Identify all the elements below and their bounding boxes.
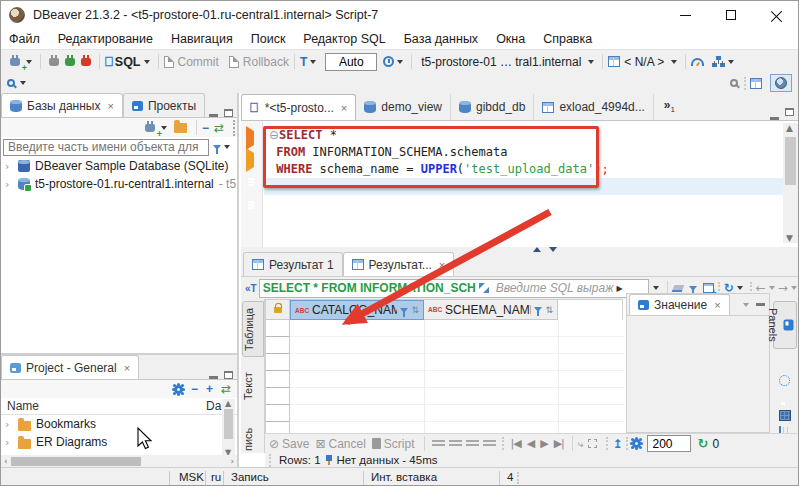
minimize-button[interactable] — [662, 1, 708, 29]
value-tab-close-icon[interactable]: × — [714, 299, 720, 311]
rollback-button[interactable]: Rollback — [243, 55, 289, 69]
project-minimize-icon[interactable] — [209, 376, 218, 379]
last-row-icon[interactable]: ▶| — [554, 437, 564, 450]
delete-row-icon[interactable] — [483, 439, 496, 448]
project-tab-close-icon[interactable]: × — [124, 362, 130, 374]
sql-editor-button[interactable]: SQL — [115, 55, 141, 69]
menu-help[interactable]: Справка — [543, 32, 592, 46]
project-vscrollbar[interactable]: ▲ ▼ — [222, 399, 235, 457]
execute-new-tab-icon[interactable] — [246, 153, 254, 167]
search-dropdown[interactable] — [20, 81, 26, 85]
perspective-button[interactable] — [770, 74, 792, 92]
content-assist-icon[interactable]: ▶ — [616, 284, 622, 293]
link-with-editor-icon[interactable]: ⇄ — [214, 121, 224, 135]
grid-body[interactable] — [290, 320, 624, 433]
forward-dropdown[interactable] — [791, 286, 797, 290]
tab-record-mode[interactable]: пись — [242, 425, 264, 453]
close-button[interactable] — [754, 1, 799, 29]
tab-exload[interactable]: exload_4994d... — [534, 94, 653, 120]
value-minimize-icon[interactable] — [756, 303, 765, 306]
menu-navigate[interactable]: Навигация — [171, 32, 233, 46]
reconnect-icon[interactable] — [65, 58, 75, 66]
menu-sql-editor[interactable]: Редактор SQL — [303, 32, 385, 46]
save-button[interactable]: Save — [282, 437, 309, 451]
filter-dropdown[interactable] — [224, 145, 230, 149]
grid-corner[interactable] — [266, 300, 290, 320]
result-filter-input[interactable]: SELECT * FROM INFORMATION_SCH Введите SQ… — [259, 279, 649, 298]
add-row-icon[interactable] — [449, 439, 462, 448]
expand-chevron-icon[interactable]: › — [5, 160, 13, 173]
export-icon[interactable]: ↥ — [612, 437, 622, 451]
copy-row-icon[interactable] — [466, 439, 479, 448]
nav-new-folder-icon[interactable] — [174, 123, 187, 133]
tab-result-2[interactable]: Результат... × — [343, 252, 455, 276]
tree-item-sample-db[interactable]: › DBeaver Sample Database (SQLite) — [1, 157, 237, 175]
disconnect-icon[interactable] — [81, 58, 91, 66]
project-collapse-icon[interactable]: − — [191, 382, 198, 396]
column-header-schema-name[interactable]: ABC SCHEMA_NAME ⇅ — [424, 300, 558, 320]
save-filter-icon[interactable] — [703, 283, 714, 293]
clear-filter-icon[interactable] — [671, 285, 684, 292]
editor-minimize-icon[interactable] — [770, 117, 779, 120]
schema-selector-dropdown[interactable] — [671, 60, 677, 64]
object-filter-input[interactable] — [3, 139, 209, 156]
expand-chevron-icon[interactable]: › — [5, 436, 13, 449]
filter-expand-icon[interactable] — [479, 283, 489, 293]
tab-databases[interactable]: Базы данных × — [1, 93, 123, 117]
value-menu-dropdown[interactable] — [743, 303, 749, 307]
result-grid[interactable]: ABC CATALOG_NAME ⇅ ABC SCHEMA_NAME ⇅ — [265, 299, 623, 433]
apply-filter-icon[interactable] — [689, 286, 697, 291]
nav-new-connection-icon[interactable]: + — [142, 121, 158, 135]
editor-vscrollbar[interactable]: ▲ ▼ — [783, 123, 798, 243]
result-tab-close-icon[interactable]: × — [439, 259, 445, 271]
navigator-minimize-icon[interactable] — [209, 114, 218, 117]
expand-chevron-icon[interactable]: › — [5, 418, 13, 431]
navigator-maximize-icon[interactable] — [224, 109, 233, 117]
tab-script[interactable]: ⎕ *<t5-prosto... × — [241, 94, 356, 120]
databases-tab-close-icon[interactable]: × — [107, 100, 113, 112]
project-link-icon[interactable]: ⇄ — [221, 382, 231, 396]
project-item-bookmarks[interactable]: › Bookmarks — [1, 415, 237, 433]
dashboard-icon[interactable] — [691, 58, 704, 66]
execute-statement-icon[interactable] — [246, 131, 254, 145]
column-sort-icon[interactable]: ⇅ — [545, 305, 553, 315]
transaction-dropdown[interactable] — [310, 60, 316, 64]
cancel-button[interactable]: Cancel — [328, 437, 365, 451]
project-maximize-icon[interactable] — [224, 371, 233, 379]
column-header-catalog-name[interactable]: ABC CATALOG_NAME ⇅ — [290, 300, 424, 320]
script-button[interactable]: Script — [384, 437, 415, 451]
auto-refresh-icon[interactable]: ↻ — [697, 436, 708, 451]
refresh-dropdown[interactable] — [737, 286, 743, 290]
new-connection-icon[interactable]: + — [7, 55, 23, 69]
metadata-panel-icon[interactable] — [779, 410, 791, 421]
splitter-up-icon[interactable] — [533, 247, 541, 252]
auto-commit-input[interactable] — [325, 53, 377, 71]
menu-edit[interactable]: Редактирование — [58, 32, 153, 46]
fetch-next-icon[interactable]: ⤷ — [578, 438, 584, 450]
open-table-icon[interactable] — [750, 78, 762, 89]
network-icon[interactable] — [712, 56, 725, 68]
fetch-size-input[interactable] — [647, 435, 691, 452]
monitor-dropdown[interactable] — [728, 60, 734, 64]
connect-icon[interactable] — [49, 58, 59, 66]
tab-projects[interactable]: Проекты — [123, 93, 205, 117]
transaction-mode-icon[interactable]: T — [300, 55, 307, 69]
quick-search-icon[interactable] — [730, 79, 738, 87]
project-expand-icon[interactable]: + — [206, 382, 213, 396]
tree-item-t5-prostore[interactable]: › t5-prostore-01.ru-central1.internal - … — [1, 175, 237, 193]
history-dropdown[interactable] — [397, 60, 403, 64]
tab-grid-mode[interactable]: Таблица — [242, 301, 264, 357]
next-row-icon[interactable]: ▶ — [540, 437, 547, 450]
splitter-down-icon[interactable] — [549, 247, 557, 252]
history-clock-icon[interactable] — [383, 56, 394, 67]
editor-maximize-icon[interactable] — [785, 108, 794, 116]
first-row-icon[interactable]: |◀ — [511, 437, 521, 450]
tab-value[interactable]: Значение × — [629, 294, 730, 315]
column-filter-icon[interactable] — [534, 307, 542, 312]
column-sort-icon[interactable]: ⇅ — [411, 305, 419, 315]
menu-window[interactable]: Окна — [496, 32, 525, 46]
commit-button[interactable]: Commit — [178, 55, 219, 69]
sql-editor-dropdown[interactable] — [144, 60, 150, 64]
panels-toggle-tab[interactable]: Panels — [773, 301, 797, 349]
editor-tab-close-icon[interactable]: × — [341, 102, 347, 114]
